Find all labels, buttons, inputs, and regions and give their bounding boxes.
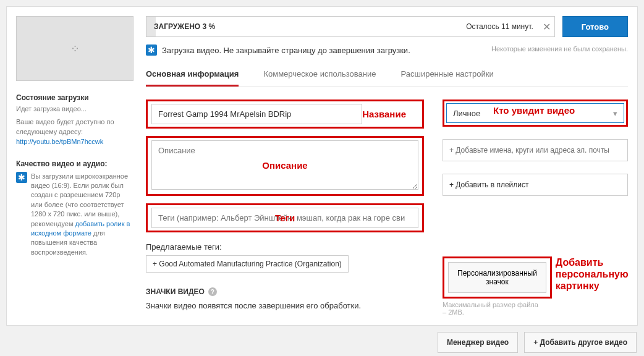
right-column: ЗАГРУЖЕНО 3 % Осталось 11 минут. ✕ Готов… — [146, 16, 628, 316]
upload-status-text: Идет загрузка видео... — [16, 104, 133, 114]
add-another-video-button[interactable]: + Добавить другое видео — [524, 332, 637, 353]
form-left: Название Описание Теги Предлагаемые теги… — [146, 100, 424, 316]
custom-thumbnail-button[interactable]: Персонализированный значок — [448, 262, 546, 293]
progress-area: ЗАГРУЖЕНО 3 % — [146, 17, 460, 36]
upload-star-icon: ✱ — [146, 44, 157, 56]
quality-title: Качество видео и аудио: — [16, 159, 133, 168]
tab-advanced[interactable]: Расширенные настройки — [401, 63, 494, 87]
help-icon[interactable]: ? — [208, 287, 217, 296]
tags-input[interactable] — [151, 208, 418, 228]
video-thumbnail-placeholder: ⁘ — [16, 16, 133, 81]
thumbnails-title-text: ЗНАЧКИ ВИДЕО — [146, 287, 205, 296]
progress-bar: ЗАГРУЖЕНО 3 % Осталось 11 минут. ✕ — [146, 16, 555, 37]
privacy-select[interactable]: Личное ▾ — [446, 103, 624, 123]
title-input[interactable] — [151, 104, 362, 124]
thumbnails-note: Значки видео появятся после завершения е… — [146, 301, 424, 310]
spinner-icon: ⁘ — [70, 42, 80, 56]
tab-monetization[interactable]: Коммерческое использование — [263, 63, 376, 87]
bottom-buttons: Менеджер видео + Добавить другое видео — [6, 332, 638, 353]
custom-thumbnail-note: Максимальный размер файла – 2MB. — [443, 301, 552, 316]
upload-status-title: Состояние загрузки — [16, 93, 133, 102]
info-star-icon: ✱ — [16, 172, 27, 183]
tags-annotation-box: Теги — [146, 203, 424, 232]
description-input[interactable] — [151, 140, 418, 190]
privacy-annotation-box: Личное ▾ — [443, 100, 628, 127]
dropdown-arrow-icon: ▾ — [613, 109, 617, 118]
annotation-title: Название — [362, 109, 406, 119]
thumbnails-title: ЗНАЧКИ ВИДЕО ? — [146, 287, 424, 296]
left-column: ⁘ Состояние загрузки Идет загрузка видео… — [16, 16, 133, 316]
privacy-value: Личное — [453, 109, 480, 118]
tabs: Основная информация Коммерческое использ… — [146, 63, 628, 87]
time-remaining: Осталось 11 минут. — [460, 22, 540, 31]
title-annotation-box: Название — [146, 100, 424, 129]
tab-basic-info[interactable]: Основная информация — [146, 63, 239, 87]
custom-thumbnail-row: Персонализированный значок Максимальный … — [443, 256, 628, 316]
quality-text: Вы загрузили широкоэкранное видео (16:9)… — [31, 172, 133, 258]
upload-panel: ⁘ Состояние загрузки Идет загрузка видео… — [6, 6, 638, 326]
suggested-tags-label: Предлагаемые теги: — [146, 242, 424, 252]
video-url-note: Ваше видео будет доступно по следующему … — [16, 117, 133, 137]
annotation-custom-thumb: Добавить персональную картинку — [556, 256, 629, 292]
add-to-playlist-button[interactable]: + Добавить в плейлист — [443, 174, 628, 196]
form-right: Личное ▾ Кто увидит видео + Добавить в п… — [443, 100, 628, 316]
save-status-note: Некоторые изменения не были сохранены. — [491, 44, 628, 53]
quality-text-part1: Вы загрузили широкоэкранное видео (16:9)… — [31, 172, 128, 227]
video-url-link[interactable]: http://youtu.be/tpBMn7hccwk — [16, 138, 103, 145]
video-manager-button[interactable]: Менеджер видео — [438, 332, 518, 353]
upload-message: Загрузка видео. Не закрывайте страницу д… — [162, 44, 486, 55]
description-annotation-box: Описание — [146, 136, 424, 196]
done-button[interactable]: Готово — [562, 16, 628, 37]
custom-thumb-annotation-box: Персонализированный значок — [443, 256, 552, 299]
cancel-upload-icon[interactable]: ✕ — [540, 21, 554, 33]
progress-label: ЗАГРУЖЕНО 3 % — [154, 22, 215, 31]
suggested-tag-button[interactable]: + Good Automated Manufacturing Practice … — [146, 255, 349, 273]
share-with-input[interactable] — [443, 139, 628, 161]
